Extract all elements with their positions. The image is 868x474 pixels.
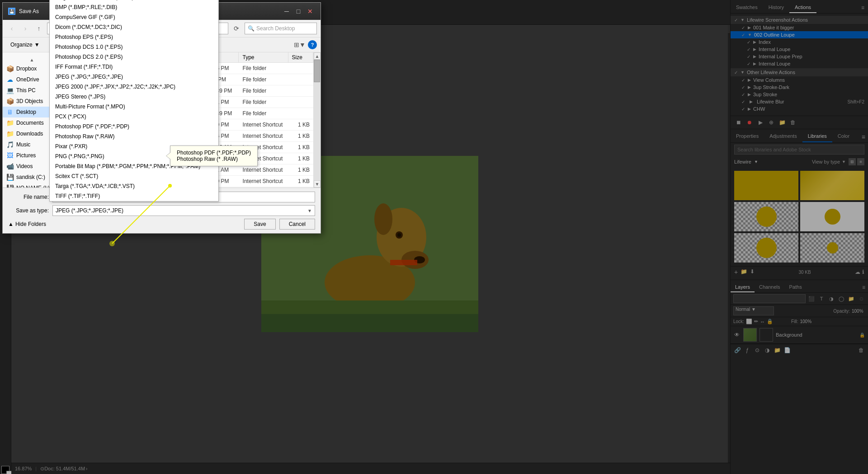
dialog-actions: ▲ Hide Folders Save Cancel xyxy=(8,219,315,230)
noname-i-icon: 💾 xyxy=(6,184,14,188)
fmt-scitex[interactable]: Scitex CT (*.SCT) xyxy=(50,171,218,181)
fmt-pcx[interactable]: PCX (*.PCX) xyxy=(50,112,218,122)
nav-label-videos: Videos xyxy=(16,163,33,169)
nav-forward-button[interactable]: › xyxy=(20,23,31,34)
cancel-button[interactable]: Cancel xyxy=(279,219,315,230)
fmt-jpeg2000[interactable]: JPEG 2000 (*.JPF;*.JPX;*.JP2;*.J2C;*.J2K… xyxy=(50,82,218,92)
scroll-track xyxy=(314,60,321,180)
dropbox-icon: 📦 xyxy=(6,65,14,72)
videos-icon: 📹 xyxy=(6,163,14,170)
savetype-select[interactable]: JPEG (*.JPG;*.JPEG;*.JPE) ▼ xyxy=(52,205,315,216)
organize-arrow: ▼ xyxy=(34,42,40,48)
fmt-jpeg[interactable]: JPEG (*.JPG;*.JPEG;*.JPE) xyxy=(50,72,218,82)
fmt-dcs1[interactable]: Photoshop DCS 1.0 (*.EPS) xyxy=(50,42,218,52)
music-icon: 🎵 xyxy=(6,141,14,148)
tooltip-line1: Photoshop PDF (*.PDF;*.PDP) xyxy=(177,150,251,156)
fmt-tiff[interactable]: TIFF (*.TIF;*.TIFF) xyxy=(50,191,218,201)
view-menu-button[interactable]: ⊞▼ xyxy=(293,39,306,50)
filename-label: File name: xyxy=(8,194,49,200)
minimize-button[interactable]: ─ xyxy=(282,6,292,16)
close-button[interactable]: ✕ xyxy=(305,6,315,16)
pcx-tooltip: Photoshop PDF (*.PDF;*.PDP) Photoshop Ra… xyxy=(170,145,258,166)
desktop-icon: 🖥 xyxy=(6,108,14,116)
hide-folders-button[interactable]: ▲ Hide Folders xyxy=(8,219,46,230)
maximize-button[interactable]: □ xyxy=(293,6,303,16)
documents-icon: 📁 xyxy=(6,119,14,127)
nav-label-documents: Documents xyxy=(16,120,44,126)
search-icon-dialog: 🔍 xyxy=(248,25,255,32)
nav-label-downloads: Downloads xyxy=(16,131,43,137)
downloads-icon: 📁 xyxy=(6,130,14,137)
nav-label-thispc: This PC xyxy=(16,87,36,94)
fmt-dcs2[interactable]: Photoshop DCS 2.0 (*.EPS) xyxy=(50,52,218,62)
col-header-size[interactable]: Size xyxy=(288,52,313,62)
onedrive-icon: ☁ xyxy=(6,76,14,83)
organize-label: Organize xyxy=(10,42,33,48)
organize-button[interactable]: Organize ▼ xyxy=(6,40,44,50)
tooltip-arrow xyxy=(166,152,170,160)
dialog-title-icon: 💾 xyxy=(8,8,15,15)
nav-label-desktop: Desktop xyxy=(16,109,36,115)
nav-label-sandisk: sandisk (C:) xyxy=(16,174,45,180)
nav-label-onedrive: OneDrive xyxy=(16,76,39,83)
nav-label-music: Music xyxy=(16,141,30,148)
search-box-dialog[interactable]: 🔍 Search Desktop xyxy=(245,23,317,34)
nav-label-noname-i: NO NAME (I:) xyxy=(16,185,50,188)
toolbar-right: ⊞▼ ? xyxy=(293,39,317,50)
savetype-value: JPEG (*.JPG;*.JPEG;*.JPE) xyxy=(56,207,123,214)
nav-label-3dobjects: 3D Objects xyxy=(16,98,43,104)
sandisk-icon: 💾 xyxy=(6,174,14,181)
fmt-bmp[interactable]: BMP (*.BMP;*.RLE;*.DIB) xyxy=(50,2,218,12)
titlebar-controls: ─ □ ✕ xyxy=(282,6,315,16)
help-button[interactable]: ? xyxy=(308,40,317,49)
titlebar-title: 💾 Save As xyxy=(8,8,39,15)
fmt-eps[interactable]: Photoshop EPS (*.EPS) xyxy=(50,32,218,42)
fmt-targa[interactable]: Targa (*.TGA;*.VDA;*.ICB;*.VST) xyxy=(50,181,218,191)
refresh-button[interactable]: ⟳ xyxy=(231,23,242,34)
fmt-jpeg-stereo[interactable]: JPEG Stereo (*.JPS) xyxy=(50,92,218,102)
pictures-icon: 🖼 xyxy=(6,152,14,159)
hide-folders-arrow: ▲ xyxy=(8,221,14,227)
fmt-mpo[interactable]: Multi-Picture Format (*.MPO) xyxy=(50,102,218,112)
fmt-dicom[interactable]: Dicom (*.DCM;*.DC3;*.DIC) xyxy=(50,22,218,32)
col-header-type[interactable]: Type xyxy=(239,52,288,62)
fmt-gif[interactable]: CompuServe GIF (*.GIF) xyxy=(50,12,218,22)
fmt-pdf[interactable]: Photoshop PDF (*.PDF;*.PDP) xyxy=(50,122,218,131)
hide-folders-label: Hide Folders xyxy=(15,221,46,227)
tooltip-line2: Photoshop Raw (* .RAW) xyxy=(177,156,251,162)
savetype-label: Save as type: xyxy=(8,207,49,214)
fmt-raw[interactable]: Photoshop Raw (*.RAW) xyxy=(50,131,218,141)
scroll-up-arrow[interactable]: ▲ xyxy=(314,52,321,60)
tooltip-arrow-inner xyxy=(166,153,170,159)
dialog-scrollbar: ▲ ▼ xyxy=(313,52,321,188)
scroll-down-arrow[interactable]: ▼ xyxy=(314,180,321,188)
thispc-icon: 💻 xyxy=(6,87,14,94)
search-placeholder: Search Desktop xyxy=(256,25,295,32)
nav-up-button[interactable]: ↑ xyxy=(33,23,44,34)
dialog-title-label: Save As xyxy=(19,8,39,14)
scroll-thumb[interactable] xyxy=(314,60,320,82)
3dobjects-icon: 📦 xyxy=(6,98,14,105)
fmt-iff[interactable]: IFF Format (*.IFF;*.TDI) xyxy=(50,62,218,72)
select-arrow-icon: ▼ xyxy=(307,208,312,213)
nav-label-dropbox: Dropbox xyxy=(16,66,37,72)
format-dropdown: PCX (*.PCX) Photoshop (*.PSD;*.PDD;*.PSD… xyxy=(49,0,219,202)
nav-back-button[interactable]: ‹ xyxy=(6,23,17,34)
save-as-dialog: 💾 Save As ─ □ ✕ ‹ › ↑ 💻 › This PC › Desk… xyxy=(2,2,321,234)
nav-label-pictures: Pictures xyxy=(16,152,36,159)
save-button[interactable]: Save xyxy=(244,219,275,230)
savetype-row: Save as type: JPEG (*.JPG;*.JPEG;*.JPE) … xyxy=(8,205,315,216)
